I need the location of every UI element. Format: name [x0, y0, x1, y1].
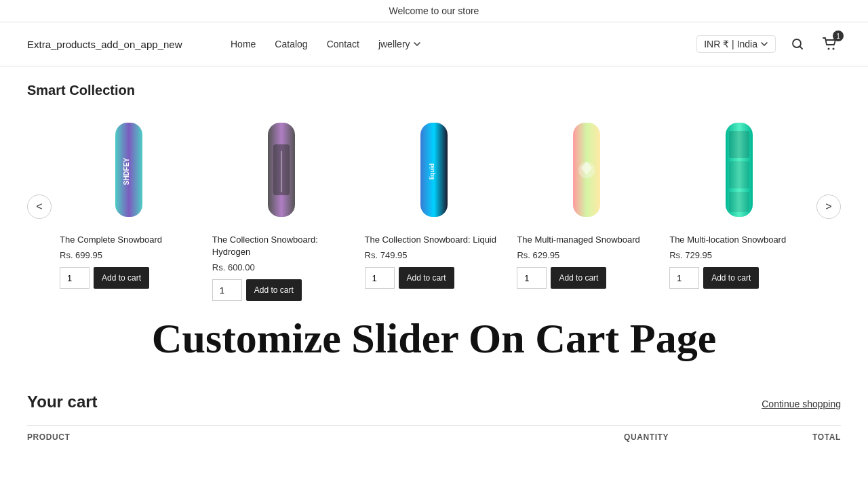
product-price-3: Rs. 749.95 [365, 250, 408, 260]
currency-selector[interactable]: INR ₹ | India [696, 35, 776, 53]
product-image-3: liquid [365, 112, 504, 227]
search-button[interactable] [787, 33, 808, 55]
product-name-2: The Collection Snowboard: Hydrogen [212, 234, 351, 258]
cart-columns: PRODUCT QUANTITY TOTAL [27, 425, 841, 442]
snowboard-svg-3: liquid [414, 117, 454, 222]
collection-title: Smart Collection [27, 83, 841, 98]
product-name-1: The Complete Snowboard [60, 234, 162, 246]
product-card-1: SHDFEY The Complete Snowboard Rs. 699.95… [60, 112, 199, 301]
main-content: Smart Collection < [0, 66, 868, 392]
qty-input-2[interactable] [212, 279, 242, 301]
col-total-header: TOTAL [760, 432, 841, 442]
col-quantity-header: QUANTITY [624, 432, 760, 442]
add-to-cart-1[interactable]: Add to cart [94, 267, 149, 289]
banner-text: Welcome to our store [389, 5, 479, 16]
svg-rect-15 [729, 161, 749, 188]
nav-jwellery-label: jwellery [378, 39, 410, 49]
qty-input-1[interactable] [60, 267, 90, 289]
svg-rect-14 [729, 131, 749, 158]
header: Extra_products_add_on_app_new Home Catal… [0, 22, 868, 66]
product-actions-5: Add to cart [669, 267, 759, 289]
product-actions-1: Add to cart [60, 267, 149, 289]
products-row: SHDFEY The Complete Snowboard Rs. 699.95… [60, 112, 808, 301]
svg-text:SHDFEY: SHDFEY [123, 157, 130, 185]
qty-input-5[interactable] [669, 267, 699, 289]
header-actions: INR ₹ | India 1 [696, 33, 841, 55]
product-card-2: The Collection Snowboard: Hydrogen Rs. 6… [212, 112, 351, 301]
product-actions-4: Add to cart [517, 267, 606, 289]
col-product-header: PRODUCT [27, 432, 624, 442]
product-actions-2: Add to cart [212, 279, 302, 301]
product-price-4: Rs. 629.95 [517, 250, 559, 260]
cart-badge: 1 [833, 30, 844, 41]
product-name-3: The Collection Snowboard: Liquid [365, 234, 496, 246]
cart-title: Your cart [27, 392, 98, 411]
chevron-down-icon [413, 40, 421, 48]
product-price-1: Rs. 699.95 [60, 250, 102, 260]
snowboard-svg-4 [566, 117, 607, 222]
product-card-4: The Multi-managed Snowboard Rs. 629.95 A… [517, 112, 656, 301]
cart-button[interactable]: 1 [819, 33, 841, 55]
product-name-5: The Multi-location Snowboard [669, 234, 786, 246]
product-image-1: SHDFEY [60, 112, 199, 227]
main-nav: Home Catalog Contact jwellery [231, 39, 669, 49]
slider-next-button[interactable]: > [816, 195, 841, 219]
product-actions-3: Add to cart [365, 267, 454, 289]
product-image-4 [517, 112, 656, 227]
currency-label: INR ₹ | India [704, 39, 757, 49]
svg-point-2 [828, 48, 830, 50]
product-card-5: The Multi-location Snowboard Rs. 729.95 … [669, 112, 808, 301]
cart-header-row: Your cart Continue shopping [27, 392, 841, 411]
snowboard-svg-5 [719, 117, 760, 222]
customize-overlay-text: Customize Slider On Cart Page [27, 308, 841, 369]
svg-text:liquid: liquid [429, 163, 435, 180]
product-name-4: The Multi-managed Snowboard [517, 234, 639, 246]
svg-point-3 [833, 48, 835, 50]
continue-shopping-link[interactable]: Continue shopping [762, 399, 841, 409]
snowboard-svg-1: SHDFEY [108, 117, 149, 222]
logo: Extra_products_add_on_app_new [27, 39, 203, 50]
add-to-cart-5[interactable]: Add to cart [703, 267, 759, 289]
product-slider: < [27, 112, 841, 301]
nav-jwellery-dropdown[interactable]: jwellery [378, 39, 421, 49]
svg-line-1 [800, 47, 803, 49]
snowboard-svg-2 [261, 117, 302, 222]
nav-home[interactable]: Home [231, 39, 256, 49]
product-price-5: Rs. 729.95 [669, 250, 712, 260]
chevron-down-icon [760, 40, 768, 48]
top-banner: Welcome to our store [0, 0, 868, 22]
search-icon [791, 37, 804, 51]
qty-input-4[interactable] [517, 267, 547, 289]
add-to-cart-3[interactable]: Add to cart [399, 267, 454, 289]
product-card-3: liquid The Collection Snowboard: Liquid … [365, 112, 504, 301]
product-image-5 [669, 112, 808, 227]
cart-section: Your cart Continue shopping PRODUCT QUAN… [0, 392, 868, 469]
nav-catalog[interactable]: Catalog [275, 39, 307, 49]
add-to-cart-4[interactable]: Add to cart [551, 267, 606, 289]
slider-prev-button[interactable]: < [27, 195, 52, 219]
nav-contact[interactable]: Contact [327, 39, 359, 49]
product-price-2: Rs. 600.00 [212, 262, 255, 272]
svg-rect-16 [729, 192, 749, 212]
smart-collection: Smart Collection < [27, 83, 841, 301]
add-to-cart-2[interactable]: Add to cart [246, 279, 302, 301]
qty-input-3[interactable] [365, 267, 395, 289]
product-image-2 [212, 112, 351, 227]
